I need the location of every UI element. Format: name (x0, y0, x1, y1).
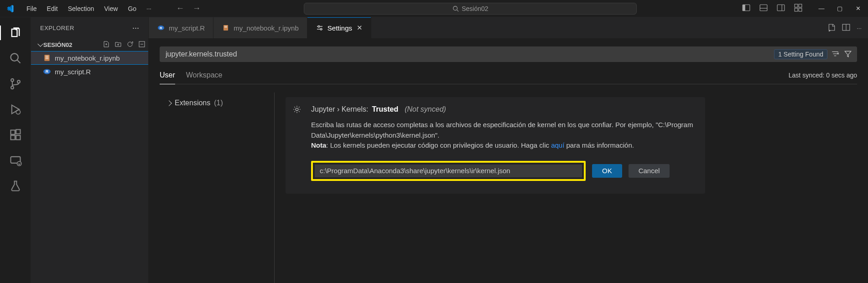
editor-area: R my_script.R my_notebook_r.ipynb Settin… (149, 17, 868, 283)
file-name: my_notebook_r.ipynb (55, 54, 120, 62)
tab-my-script[interactable]: R my_script.R (149, 17, 213, 38)
sidebar: EXPLORER ··· SESIÓN02 my_notebook_r.ipyn… (31, 17, 149, 283)
setting-name: Trusted (372, 105, 398, 113)
clear-search-icon[interactable] (831, 50, 839, 59)
tab-label: my_script.R (169, 24, 205, 32)
layout-panel-icon[interactable] (758, 2, 769, 15)
layout-sidebar-right-icon[interactable] (775, 2, 787, 15)
search-icon (9, 52, 22, 65)
activity-explorer[interactable] (5, 22, 26, 44)
svg-rect-26 (46, 56, 49, 57)
activity-search[interactable] (5, 47, 26, 69)
sidebar-title: EXPLORER (40, 25, 74, 31)
refresh-icon[interactable] (126, 41, 134, 49)
menu-selection[interactable]: Selection (63, 2, 99, 15)
settings-sliders-icon (316, 24, 324, 32)
settings-search[interactable]: 1 Setting Found (160, 46, 857, 62)
menu-go[interactable]: Go (123, 2, 141, 15)
trusted-kernel-input[interactable] (315, 165, 582, 177)
debug-icon (9, 103, 22, 116)
menu-file[interactable]: File (22, 2, 42, 15)
tab-settings[interactable]: Settings ✕ (307, 17, 371, 38)
file-item-rscript[interactable]: R my_script.R (31, 65, 148, 78)
menu-view[interactable]: View (99, 2, 122, 15)
svg-rect-33 (223, 25, 228, 31)
beaker-icon (9, 180, 22, 192)
svg-point-0 (453, 6, 457, 10)
nav-back-icon[interactable]: ← (176, 4, 184, 13)
svg-text:R: R (160, 26, 162, 30)
window-close-icon[interactable]: ✕ (852, 2, 864, 15)
chevron-right-icon (167, 99, 171, 107)
menu-edit[interactable]: Edit (42, 2, 62, 15)
tab-close-icon[interactable]: ✕ (357, 24, 363, 32)
notebook-icon (222, 24, 230, 32)
scope-user-tab[interactable]: User (160, 71, 175, 84)
sync-status: Last synced: 0 secs ago (789, 72, 857, 83)
toc-extensions[interactable]: Extensions (1) (167, 96, 274, 110)
split-editor-icon[interactable] (842, 23, 850, 33)
file-name: my_script.R (55, 68, 91, 76)
chevron-down-icon (37, 41, 42, 48)
sidebar-more-icon[interactable]: ··· (132, 23, 139, 33)
title-bar: File Edit Selection View Go ··· ← → Sesi… (0, 0, 868, 17)
svg-point-39 (320, 28, 322, 30)
gear-icon[interactable] (293, 105, 301, 115)
menu-more-icon[interactable]: ··· (142, 2, 156, 15)
activity-testing[interactable] (5, 175, 26, 197)
scope-workspace-tab[interactable]: Workspace (186, 71, 223, 84)
svg-point-17 (16, 110, 20, 114)
vscode-logo-icon (4, 2, 16, 15)
remote-icon (9, 154, 22, 167)
setting-link-here[interactable]: aquí (551, 141, 564, 149)
setting-description: Escriba las rutas de acceso completas a … (311, 120, 696, 151)
folder-name: SESIÓN02 (43, 41, 73, 48)
settings-toc: Extensions (1) (160, 93, 275, 283)
collapse-icon[interactable] (138, 41, 146, 49)
nav-forward-icon[interactable]: → (192, 4, 201, 13)
filter-icon[interactable] (844, 50, 852, 59)
svg-line-13 (17, 60, 20, 63)
settings-found-badge: 1 Setting Found (774, 49, 827, 59)
svg-rect-34 (224, 26, 227, 26)
svg-point-16 (17, 80, 20, 83)
more-actions-icon[interactable]: ··· (857, 25, 862, 31)
svg-point-12 (10, 54, 18, 61)
command-center[interactable]: Sesión02 (304, 3, 637, 15)
layout-sidebar-left-icon[interactable] (740, 2, 752, 15)
open-settings-json-icon[interactable] (827, 23, 836, 33)
branch-icon (9, 77, 22, 90)
settings-search-input[interactable] (166, 50, 774, 58)
svg-point-37 (318, 26, 320, 27)
svg-rect-20 (16, 135, 20, 139)
cancel-button[interactable]: Cancel (629, 164, 670, 178)
ok-button[interactable]: OK (592, 164, 622, 178)
folder-header[interactable]: SESIÓN02 (31, 38, 148, 51)
editor-tabs: R my_script.R my_notebook_r.ipynb Settin… (149, 17, 868, 38)
svg-point-47 (296, 108, 298, 111)
svg-rect-11 (799, 8, 802, 11)
activity-source-control[interactable] (5, 73, 26, 95)
svg-point-15 (11, 86, 14, 89)
svg-line-1 (457, 10, 459, 11)
search-icon (452, 5, 459, 12)
window-minimize-icon[interactable]: — (815, 2, 828, 15)
svg-rect-10 (795, 8, 798, 11)
svg-rect-25 (44, 55, 49, 61)
window-maximize-icon[interactable]: ▢ (833, 2, 846, 15)
new-folder-icon[interactable] (114, 41, 122, 49)
svg-rect-18 (10, 130, 15, 134)
svg-rect-21 (16, 129, 20, 134)
activity-run-debug[interactable] (5, 98, 26, 120)
activity-extensions[interactable] (5, 124, 26, 146)
customize-layout-icon[interactable] (792, 2, 804, 15)
tab-my-notebook[interactable]: my_notebook_r.ipynb (213, 17, 307, 38)
file-item-notebook[interactable]: my_notebook_r.ipynb (31, 51, 148, 65)
svg-rect-19 (10, 135, 15, 139)
setting-path: Jupyter › Kernels: (311, 105, 368, 113)
setting-jupyter-kernels-trusted: Jupyter › Kernels: Trusted (Not synced) … (286, 97, 705, 194)
svg-rect-4 (760, 5, 767, 11)
activity-remote[interactable] (5, 149, 26, 171)
svg-rect-6 (777, 5, 785, 11)
new-file-icon[interactable] (103, 41, 110, 49)
